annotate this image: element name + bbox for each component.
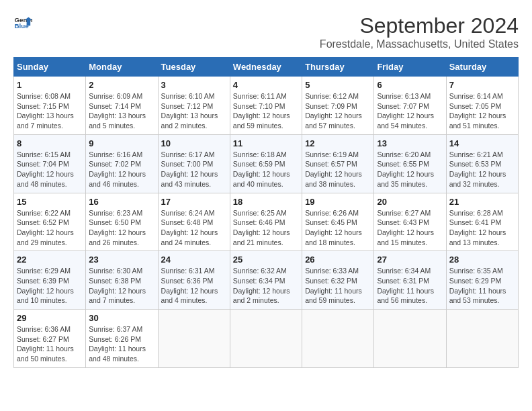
day-info: Sunrise: 6:30 AM Sunset: 6:38 PM Dayligh… xyxy=(89,266,154,306)
day-number: 9 xyxy=(89,138,154,148)
weekday-header-sunday: Sunday xyxy=(14,58,86,77)
day-info: Sunrise: 6:32 AM Sunset: 6:34 PM Dayligh… xyxy=(233,266,299,306)
day-number: 15 xyxy=(17,197,83,207)
weekday-header-monday: Monday xyxy=(86,58,158,77)
day-info: Sunrise: 6:16 AM Sunset: 7:02 PM Dayligh… xyxy=(89,150,154,189)
day-number: 24 xyxy=(161,255,227,265)
weekday-header-friday: Friday xyxy=(374,58,446,77)
day-number: 20 xyxy=(377,197,443,207)
day-number: 14 xyxy=(449,138,515,148)
day-number: 23 xyxy=(89,255,154,265)
day-number: 1 xyxy=(17,80,83,90)
day-number: 12 xyxy=(305,138,371,148)
day-number: 22 xyxy=(17,255,83,265)
calendar-cell: 11Sunrise: 6:18 AM Sunset: 6:59 PM Dayli… xyxy=(230,134,302,193)
day-info: Sunrise: 6:37 AM Sunset: 6:26 PM Dayligh… xyxy=(89,324,154,364)
day-info: Sunrise: 6:12 AM Sunset: 7:09 PM Dayligh… xyxy=(305,91,371,131)
day-info: Sunrise: 6:13 AM Sunset: 7:07 PM Dayligh… xyxy=(377,91,443,131)
day-info: Sunrise: 6:18 AM Sunset: 6:59 PM Dayligh… xyxy=(233,150,299,189)
weekday-header-saturday: Saturday xyxy=(446,58,518,77)
day-info: Sunrise: 6:31 AM Sunset: 6:36 PM Dayligh… xyxy=(161,266,227,306)
day-info: Sunrise: 6:21 AM Sunset: 6:53 PM Dayligh… xyxy=(449,150,515,189)
day-number: 29 xyxy=(17,313,83,323)
calendar-week-1: 8Sunrise: 6:15 AM Sunset: 7:04 PM Daylig… xyxy=(14,134,519,193)
calendar-cell: 18Sunrise: 6:25 AM Sunset: 6:46 PM Dayli… xyxy=(230,193,302,251)
day-info: Sunrise: 6:14 AM Sunset: 7:05 PM Dayligh… xyxy=(449,91,515,131)
calendar-cell: 3Sunrise: 6:10 AM Sunset: 7:12 PM Daylig… xyxy=(158,77,230,135)
day-number: 11 xyxy=(233,138,299,148)
day-number: 2 xyxy=(89,80,154,90)
calendar-week-0: 1Sunrise: 6:08 AM Sunset: 7:15 PM Daylig… xyxy=(14,77,519,135)
calendar-cell: 6Sunrise: 6:13 AM Sunset: 7:07 PM Daylig… xyxy=(374,77,446,135)
day-number: 25 xyxy=(233,255,299,265)
day-info: Sunrise: 6:17 AM Sunset: 7:00 PM Dayligh… xyxy=(161,150,227,189)
calendar-body: 1Sunrise: 6:08 AM Sunset: 7:15 PM Daylig… xyxy=(14,77,519,368)
day-info: Sunrise: 6:11 AM Sunset: 7:10 PM Dayligh… xyxy=(233,91,299,131)
day-number: 16 xyxy=(89,197,154,207)
day-info: Sunrise: 6:22 AM Sunset: 6:52 PM Dayligh… xyxy=(17,208,83,248)
day-number: 21 xyxy=(449,197,515,207)
header: General Blue September 2024 Forestdale, … xyxy=(13,13,519,50)
day-number: 6 xyxy=(377,80,443,90)
day-number: 8 xyxy=(17,138,83,148)
day-number: 7 xyxy=(449,80,515,90)
calendar-cell: 25Sunrise: 6:32 AM Sunset: 6:34 PM Dayli… xyxy=(230,251,302,310)
calendar-cell: 2Sunrise: 6:09 AM Sunset: 7:14 PM Daylig… xyxy=(86,77,158,135)
calendar-cell: 4Sunrise: 6:11 AM Sunset: 7:10 PM Daylig… xyxy=(230,77,302,135)
day-info: Sunrise: 6:23 AM Sunset: 6:50 PM Dayligh… xyxy=(89,208,154,248)
calendar-cell: 16Sunrise: 6:23 AM Sunset: 6:50 PM Dayli… xyxy=(86,193,158,251)
day-info: Sunrise: 6:35 AM Sunset: 6:29 PM Dayligh… xyxy=(449,266,515,306)
calendar-cell: 10Sunrise: 6:17 AM Sunset: 7:00 PM Dayli… xyxy=(158,134,230,193)
calendar-cell: 30Sunrise: 6:37 AM Sunset: 6:26 PM Dayli… xyxy=(86,310,158,368)
calendar-cell: 27Sunrise: 6:34 AM Sunset: 6:31 PM Dayli… xyxy=(374,251,446,310)
day-number: 30 xyxy=(89,313,154,323)
day-info: Sunrise: 6:09 AM Sunset: 7:14 PM Dayligh… xyxy=(89,91,154,131)
calendar-cell xyxy=(302,310,374,368)
day-number: 18 xyxy=(233,197,299,207)
weekday-header-row: SundayMondayTuesdayWednesdayThursdayFrid… xyxy=(14,58,519,77)
day-info: Sunrise: 6:27 AM Sunset: 6:43 PM Dayligh… xyxy=(377,208,443,248)
day-number: 26 xyxy=(305,255,371,265)
calendar-cell: 21Sunrise: 6:28 AM Sunset: 6:41 PM Dayli… xyxy=(446,193,518,251)
calendar-cell: 9Sunrise: 6:16 AM Sunset: 7:02 PM Daylig… xyxy=(86,134,158,193)
calendar-header: SundayMondayTuesdayWednesdayThursdayFrid… xyxy=(14,58,519,77)
day-info: Sunrise: 6:08 AM Sunset: 7:15 PM Dayligh… xyxy=(17,91,83,131)
weekday-header-tuesday: Tuesday xyxy=(158,58,230,77)
calendar-cell: 5Sunrise: 6:12 AM Sunset: 7:09 PM Daylig… xyxy=(302,77,374,135)
day-info: Sunrise: 6:24 AM Sunset: 6:48 PM Dayligh… xyxy=(161,208,227,248)
calendar-cell: 17Sunrise: 6:24 AM Sunset: 6:48 PM Dayli… xyxy=(158,193,230,251)
day-info: Sunrise: 6:25 AM Sunset: 6:46 PM Dayligh… xyxy=(233,208,299,248)
calendar-title: September 2024 xyxy=(320,13,519,38)
day-info: Sunrise: 6:15 AM Sunset: 7:04 PM Dayligh… xyxy=(17,150,83,189)
calendar-cell: 29Sunrise: 6:36 AM Sunset: 6:27 PM Dayli… xyxy=(14,310,86,368)
day-info: Sunrise: 6:20 AM Sunset: 6:55 PM Dayligh… xyxy=(377,150,443,189)
calendar-cell: 26Sunrise: 6:33 AM Sunset: 6:32 PM Dayli… xyxy=(302,251,374,310)
calendar-week-4: 29Sunrise: 6:36 AM Sunset: 6:27 PM Dayli… xyxy=(14,310,519,368)
calendar-cell xyxy=(446,310,518,368)
calendar-cell: 15Sunrise: 6:22 AM Sunset: 6:52 PM Dayli… xyxy=(14,193,86,251)
calendar-cell xyxy=(374,310,446,368)
weekday-header-thursday: Thursday xyxy=(302,58,374,77)
calendar-cell: 7Sunrise: 6:14 AM Sunset: 7:05 PM Daylig… xyxy=(446,77,518,135)
calendar-cell: 14Sunrise: 6:21 AM Sunset: 6:53 PM Dayli… xyxy=(446,134,518,193)
calendar-cell: 19Sunrise: 6:26 AM Sunset: 6:45 PM Dayli… xyxy=(302,193,374,251)
calendar-week-3: 22Sunrise: 6:29 AM Sunset: 6:39 PM Dayli… xyxy=(14,251,519,310)
day-info: Sunrise: 6:19 AM Sunset: 6:57 PM Dayligh… xyxy=(305,150,371,189)
logo: General Blue xyxy=(13,13,32,32)
calendar-cell: 24Sunrise: 6:31 AM Sunset: 6:36 PM Dayli… xyxy=(158,251,230,310)
day-number: 13 xyxy=(377,138,443,148)
day-info: Sunrise: 6:10 AM Sunset: 7:12 PM Dayligh… xyxy=(161,91,227,131)
calendar-cell: 23Sunrise: 6:30 AM Sunset: 6:38 PM Dayli… xyxy=(86,251,158,310)
calendar-cell xyxy=(158,310,230,368)
calendar-subtitle: Forestdale, Massachusetts, United States xyxy=(320,38,519,50)
calendar-table: SundayMondayTuesdayWednesdayThursdayFrid… xyxy=(13,57,519,368)
day-number: 19 xyxy=(305,197,371,207)
day-number: 17 xyxy=(161,197,227,207)
day-info: Sunrise: 6:33 AM Sunset: 6:32 PM Dayligh… xyxy=(305,266,371,306)
day-number: 3 xyxy=(161,80,227,90)
calendar-cell: 13Sunrise: 6:20 AM Sunset: 6:55 PM Dayli… xyxy=(374,134,446,193)
calendar-cell: 8Sunrise: 6:15 AM Sunset: 7:04 PM Daylig… xyxy=(14,134,86,193)
calendar-cell: 12Sunrise: 6:19 AM Sunset: 6:57 PM Dayli… xyxy=(302,134,374,193)
title-area: September 2024 Forestdale, Massachusetts… xyxy=(320,13,519,50)
day-number: 10 xyxy=(161,138,227,148)
